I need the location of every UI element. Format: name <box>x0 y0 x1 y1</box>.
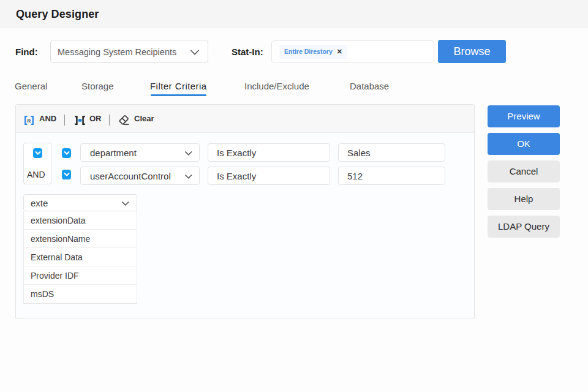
svg-text:R: R <box>28 118 31 124</box>
